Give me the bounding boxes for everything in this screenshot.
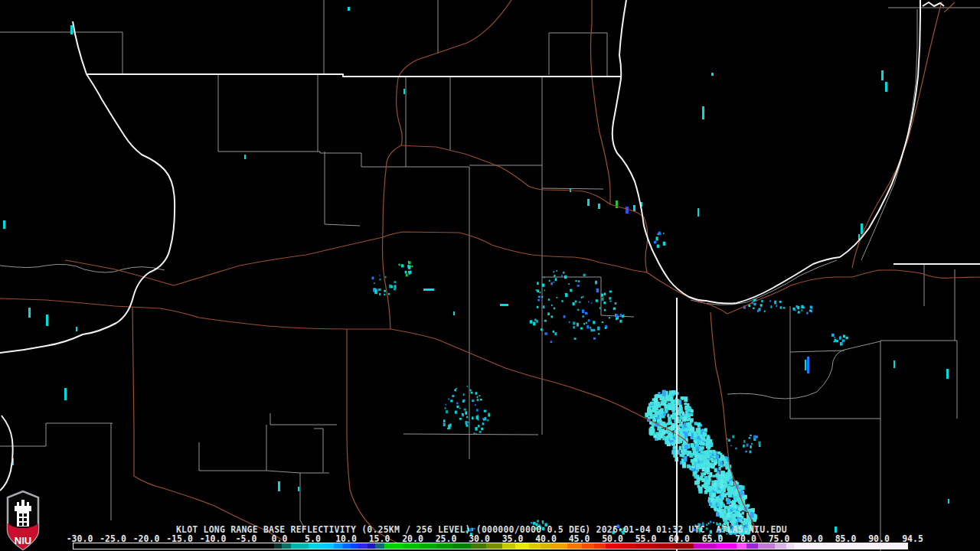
colorbar-tick-labels: -30.0-25.0-20.0-15.0-10.0-5.00.05.010.01… [0, 533, 980, 543]
radar-display: NIU KLOT LONG RANGE BASE REFLECTIVITY (0… [0, 0, 980, 551]
radar-map [0, 0, 980, 551]
castle-tower-icon [17, 511, 29, 527]
state-boundary-lines [0, 0, 980, 551]
road-lines [0, 0, 980, 543]
reflectivity-colorbar [73, 543, 908, 549]
county-lines [0, 0, 980, 551]
